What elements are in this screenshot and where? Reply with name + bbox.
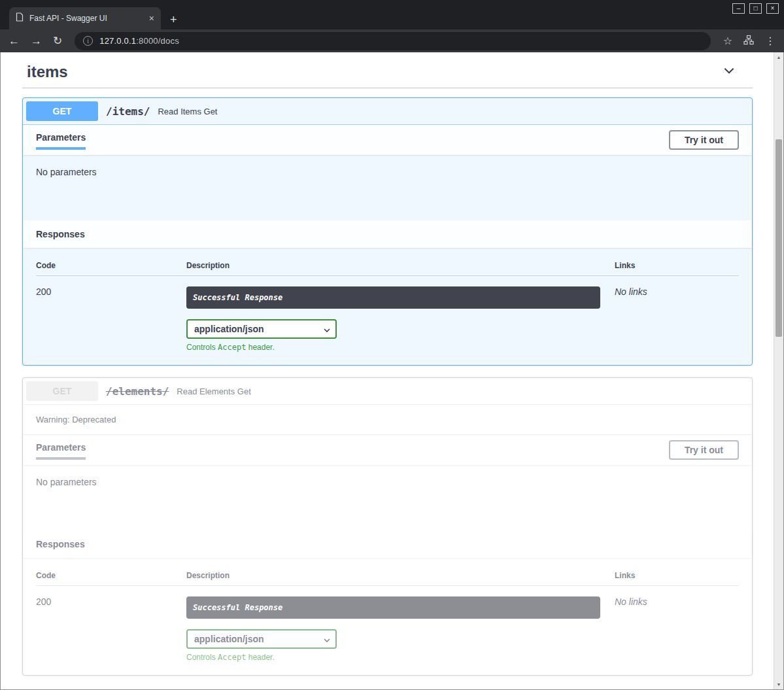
swagger-content: items GET /items/ Read Items Get Paramet… [1, 52, 783, 676]
section-title: items [27, 63, 68, 81]
response-description: Successful Response [186, 596, 600, 619]
responses-table-header: Code Description Links [36, 261, 739, 276]
scroll-down-arrow[interactable]: ▼ [774, 680, 783, 689]
response-code: 200 [36, 586, 186, 662]
tab-title: Fast API - Swagger UI [29, 14, 143, 23]
operation-read-elements-deprecated: GET /elements/ Read Elements Get Warning… [22, 377, 753, 676]
maximize-button[interactable]: □ [749, 3, 762, 14]
responses-table-header: Code Description Links [36, 571, 739, 586]
parameters-tab[interactable]: Parameters [36, 132, 86, 150]
network-tree-icon[interactable] [743, 35, 754, 47]
responses-header: Responses [23, 530, 752, 558]
accept-header-note: Controls Accept header. [186, 343, 615, 352]
minimize-button[interactable]: – [732, 3, 745, 14]
accept-note-prefix: Controls [186, 343, 218, 352]
url-path: :8000/docs [136, 36, 179, 46]
address-bar[interactable]: i 127.0.0.1:8000/docs [75, 32, 710, 50]
method-badge: GET [26, 101, 98, 121]
accept-note-code: Accept [218, 343, 246, 352]
back-icon[interactable]: ← [9, 35, 20, 46]
response-description: Successful Response [186, 286, 600, 309]
responses-title: Responses [36, 539, 85, 549]
response-description-cell: Successful Response application/json Con… [186, 276, 615, 352]
browser-tab[interactable]: Fast API - Swagger UI × [9, 7, 161, 29]
accept-note-code: Accept [218, 653, 246, 662]
column-code: Code [36, 571, 186, 580]
close-button[interactable]: × [766, 3, 779, 14]
browser-toolbar: ← → ↻ i 127.0.0.1:8000/docs ☆ ⋮ [0, 29, 784, 52]
responses-body: Code Description Links 200 Successful Re… [23, 248, 752, 365]
operation-path: /elements/ [106, 385, 169, 398]
parameters-body: No parameters [23, 465, 752, 530]
url-host: 127.0.0.1 [99, 36, 136, 46]
responses-header: Responses [23, 220, 752, 248]
try-it-out-button[interactable]: Try it out [669, 130, 739, 150]
new-tab-button[interactable]: + [170, 14, 177, 26]
column-links: Links [615, 571, 739, 580]
deprecated-warning: Warning: Deprecated [23, 405, 752, 435]
response-description-cell: Successful Response application/json Con… [186, 586, 615, 662]
no-parameters-text: No parameters [36, 167, 739, 177]
scrollbar[interactable]: ▲ ▼ [774, 52, 783, 689]
operation-description: Read Elements Get [177, 387, 250, 396]
media-type-select[interactable]: application/json [186, 629, 337, 649]
no-parameters-text: No parameters [36, 477, 739, 487]
chevron-down-icon[interactable] [722, 63, 736, 80]
parameters-body: No parameters [23, 155, 752, 220]
accept-note-suffix: header. [246, 653, 274, 662]
response-row: 200 Successful Response application/json [36, 276, 739, 352]
parameters-tab[interactable]: Parameters [36, 442, 86, 460]
tab-close-icon[interactable]: × [149, 13, 154, 24]
response-links: No links [615, 276, 739, 352]
forward-icon[interactable]: → [31, 35, 42, 46]
url-text: 127.0.0.1:8000/docs [99, 36, 179, 46]
bookmark-star-icon[interactable]: ☆ [723, 36, 732, 46]
window-controls: – □ × [732, 3, 779, 14]
media-type-control: application/json [186, 629, 337, 649]
parameters-header: Parameters Try it out [23, 435, 752, 465]
operation-path: /items/ [106, 105, 150, 118]
operation-summary[interactable]: GET /elements/ Read Elements Get [23, 378, 752, 405]
column-links: Links [615, 261, 739, 270]
column-code: Code [36, 261, 186, 270]
operation-read-items: GET /items/ Read Items Get Parameters Tr… [22, 97, 753, 366]
operation-body: Parameters Try it out No parameters Resp… [23, 125, 752, 365]
column-description: Description [186, 261, 615, 270]
media-type-control: application/json [186, 319, 337, 339]
page-icon [16, 12, 24, 24]
column-description: Description [186, 571, 615, 580]
menu-dots-icon[interactable]: ⋮ [765, 36, 775, 46]
response-row: 200 Successful Response application/json [36, 586, 739, 662]
page-viewport: items GET /items/ Read Items Get Paramet… [0, 52, 784, 690]
accept-header-note: Controls Accept header. [186, 653, 615, 662]
responses-title: Responses [36, 229, 85, 239]
site-info-icon[interactable]: i [83, 36, 93, 46]
operation-summary[interactable]: GET /items/ Read Items Get [23, 98, 752, 125]
accept-note-suffix: header. [246, 343, 274, 352]
operation-body: Warning: Deprecated Parameters Try it ou… [23, 405, 752, 675]
parameters-header: Parameters Try it out [23, 125, 752, 155]
accept-note-prefix: Controls [186, 653, 218, 662]
tag-section-items[interactable]: items [22, 63, 753, 88]
method-badge: GET [26, 381, 98, 401]
scrollbar-thumb[interactable] [775, 139, 782, 337]
try-it-out-button[interactable]: Try it out [669, 440, 739, 460]
responses-body: Code Description Links 200 Successful Re… [23, 558, 752, 675]
reload-icon[interactable]: ↻ [53, 35, 62, 46]
titlebar: Fast API - Swagger UI × + – □ × [0, 0, 784, 29]
media-type-select[interactable]: application/json [186, 319, 337, 339]
operation-description: Read Items Get [158, 107, 217, 116]
response-code: 200 [36, 276, 186, 352]
response-links: No links [615, 586, 739, 662]
scroll-up-arrow[interactable]: ▲ [774, 52, 783, 62]
